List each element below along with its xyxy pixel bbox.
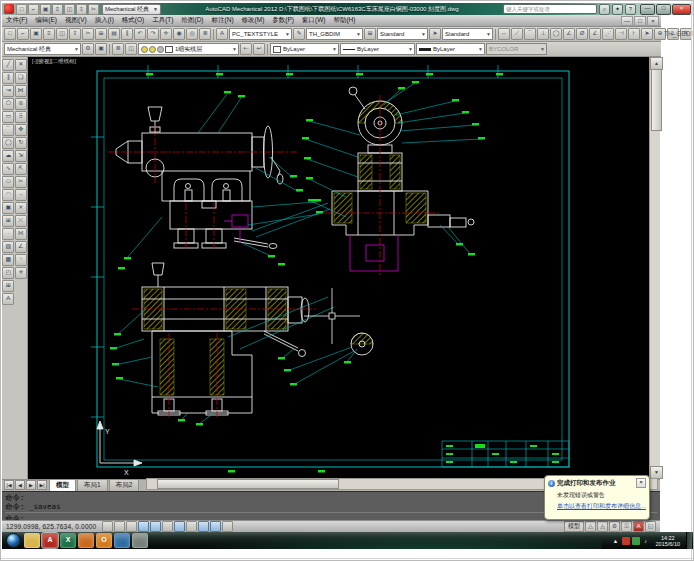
vertical-scroll-thumb[interactable] <box>651 69 662 131</box>
rotate-icon[interactable]: ↻ <box>15 137 27 149</box>
3d-object-snap-icon[interactable] <box>162 521 173 532</box>
continue-dim-icon[interactable]: ⊦ <box>628 28 640 40</box>
text-style-icon[interactable]: A <box>216 28 228 40</box>
lineweight-dropdown[interactable]: ByLayer▼ <box>416 43 485 55</box>
new-icon[interactable]: □ <box>4 28 16 40</box>
menu-help[interactable]: 帮助(H) <box>329 16 359 25</box>
angular-dim-icon[interactable]: ∠ <box>589 28 601 40</box>
notification-details-link[interactable]: 单击以查看打印和发布详细信息... <box>557 502 646 511</box>
chamfer-icon[interactable]: ∠ <box>15 241 27 253</box>
ordinate-dim-icon[interactable]: ⊥ <box>537 28 549 40</box>
polar-tracking-icon[interactable] <box>138 521 149 532</box>
workspace-dropdown[interactable]: Mechanical 经典 ▼ <box>102 4 161 15</box>
object-snap-icon[interactable] <box>150 521 161 532</box>
folder-app-icon[interactable] <box>78 533 94 548</box>
undo-icon[interactable]: ↶ <box>134 28 146 40</box>
menu-file[interactable]: 文件(F) <box>2 16 31 25</box>
tab-first-icon[interactable]: |◀ <box>4 480 14 490</box>
explode-icon[interactable]: ✳ <box>15 267 27 279</box>
move-icon[interactable]: ✥ <box>15 124 27 136</box>
table-icon[interactable]: ⊞ <box>2 280 14 292</box>
workspace-settings-icon[interactable]: ⚙ <box>82 43 94 55</box>
make-object-layer-current-icon[interactable]: ⇠ <box>240 43 252 55</box>
layer-previous-icon[interactable]: ↩ <box>253 43 265 55</box>
stretch-icon[interactable]: ⇱ <box>15 163 27 175</box>
paste-icon[interactable]: ▤ <box>108 28 120 40</box>
ellipse-arc-icon[interactable]: ◠ <box>2 189 14 201</box>
copy-object-icon[interactable]: ❏ <box>15 72 27 84</box>
zoom-realtime-icon[interactable]: ◉ <box>173 28 185 40</box>
doc-close-button[interactable]: × <box>647 16 659 26</box>
volume-icon[interactable]: ♪ <box>642 537 650 545</box>
notification-close-icon[interactable]: × <box>636 478 646 488</box>
rectangle-icon[interactable]: ▭ <box>2 111 14 123</box>
start-button[interactable] <box>6 533 21 548</box>
extend-icon[interactable]: → <box>15 189 27 201</box>
autocad-icon[interactable]: A <box>42 533 58 548</box>
menu-draw[interactable]: 绘图(D) <box>178 16 208 25</box>
doc-minimize-button[interactable]: — <box>621 16 633 26</box>
match-properties-icon[interactable]: ∥ <box>121 28 133 40</box>
menu-tools[interactable]: 工具(T) <box>148 16 177 25</box>
workspace-save-icon[interactable]: ▣ <box>95 43 107 55</box>
infocenter-search-input[interactable]: 键入关键字或短语 <box>503 4 597 14</box>
object-snap-tracking-icon[interactable] <box>174 521 185 532</box>
offset-icon[interactable]: ≋ <box>15 98 27 110</box>
cut-icon[interactable]: ✂ <box>88 4 99 15</box>
floating-dim-style-label[interactable]: TH_GBDIM <box>664 30 694 37</box>
layer-dropdown[interactable]: 1细实线层▼ <box>138 43 239 55</box>
security-alert-icon[interactable] <box>622 537 630 545</box>
gradient-icon[interactable]: ▩ <box>2 254 14 266</box>
close-button[interactable]: × <box>672 4 691 15</box>
scale-icon[interactable]: ⇲ <box>15 150 27 162</box>
show-desktop-button[interactable] <box>686 532 692 549</box>
workspace-switch-icon[interactable]: ⚙ <box>609 521 620 532</box>
dim-style-dropdown[interactable]: TH_GBDIM▼ <box>306 28 363 40</box>
search-icon[interactable]: ⌕ <box>599 4 610 15</box>
plot-preview-icon[interactable]: ◫ <box>64 4 75 15</box>
tab-last-icon[interactable]: ▶| <box>37 480 47 490</box>
publish-icon[interactable]: ⇪ <box>69 28 81 40</box>
leader-icon[interactable]: ➤ <box>641 28 653 40</box>
linear-dim-icon[interactable]: ↔ <box>498 28 510 40</box>
save-icon[interactable]: ▣ <box>40 4 51 15</box>
table-style-dropdown[interactable]: Standard▼ <box>377 28 428 40</box>
plot-icon[interactable]: ≡ <box>43 28 55 40</box>
outlook-icon[interactable]: O <box>96 533 112 548</box>
new-icon[interactable]: □ <box>16 4 27 15</box>
plot-icon[interactable]: ≡ <box>52 4 63 15</box>
blue-app-icon[interactable] <box>114 533 130 548</box>
dynamic-ucs-icon[interactable] <box>186 521 197 532</box>
quick-dim-icon[interactable]: ⋰ <box>602 28 614 40</box>
taskbar-clock[interactable]: 14:22 2015/6/10 <box>652 535 684 547</box>
region-icon[interactable]: ◰ <box>2 267 14 279</box>
copy-icon[interactable]: ⊞ <box>95 28 107 40</box>
polygon-icon[interactable]: ⬠ <box>2 98 14 110</box>
horizontal-scroll-thumb[interactable] <box>157 479 339 489</box>
tab-model[interactable]: 模型 <box>49 479 76 491</box>
properties-icon[interactable]: ≣ <box>199 28 211 40</box>
insert-block-icon[interactable]: ▣ <box>2 202 14 214</box>
menu-parametric[interactable]: 参数(P) <box>268 16 298 25</box>
viewport-label[interactable]: [-][俯视][二维线框] <box>32 58 76 65</box>
open-icon[interactable]: ⌐ <box>17 28 29 40</box>
spline-icon[interactable]: ∿ <box>2 163 14 175</box>
doc-restore-button[interactable]: □ <box>634 16 646 26</box>
publish-icon[interactable]: ⇪ <box>76 4 87 15</box>
menu-insert[interactable]: 插入(I) <box>91 16 118 25</box>
pan-icon[interactable]: ✛ <box>160 28 172 40</box>
array-icon[interactable]: ⠿ <box>15 111 27 123</box>
point-icon[interactable]: · <box>2 228 14 240</box>
toolbar-lock-icon[interactable]: ⚿ <box>621 521 632 532</box>
menu-format[interactable]: 格式(O) <box>118 16 148 25</box>
menu-window[interactable]: 窗口(W) <box>298 16 329 25</box>
hatch-icon[interactable]: ▨ <box>2 241 14 253</box>
dynamic-input-icon[interactable] <box>198 521 209 532</box>
make-block-icon[interactable]: ⊞ <box>2 215 14 227</box>
dim-style-icon[interactable]: ✎ <box>293 28 305 40</box>
menu-edit[interactable]: 编辑(E) <box>31 16 61 25</box>
quick-properties-icon[interactable] <box>222 521 233 532</box>
annotation-scale-icon[interactable]: △ <box>585 521 596 532</box>
text-style-dropdown[interactable]: PC_TEXTSTYLE▼ <box>229 28 292 40</box>
arc-length-dim-icon[interactable]: ⌒ <box>524 28 536 40</box>
